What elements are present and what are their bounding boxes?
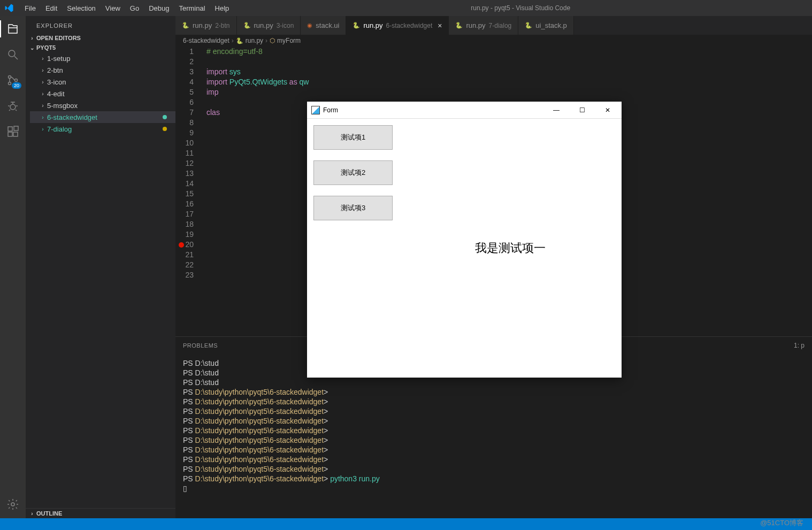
python-icon: 🐍 — [455, 22, 463, 29]
folder-2-btn[interactable]: › 2-btn — [30, 64, 175, 76]
explorer-sidebar: EXPLORER ›OPEN EDITORS ⌄PYQT5 › 1-setup›… — [26, 16, 175, 518]
svg-point-1 — [9, 76, 11, 79]
close-button[interactable]: ✕ — [600, 106, 615, 114]
chevron-down-icon: ⌄ — [29, 45, 35, 51]
line-gutter: 1234567891011121314151617181920212223 — [175, 47, 202, 336]
breakpoint-icon[interactable] — [179, 242, 184, 248]
tab-run.py-2-btn[interactable]: 🐍run.py2-btn — [175, 16, 237, 35]
scm-icon[interactable]: 20 — [5, 73, 20, 88]
menu-selection[interactable]: Selection — [63, 2, 99, 14]
qt-titlebar[interactable]: Form — ☐ ✕ — [307, 102, 622, 119]
folder-3-icon[interactable]: › 3-icon — [30, 76, 175, 88]
breadcrumb-file[interactable]: run.py — [246, 37, 263, 44]
qt-test-button-1[interactable]: 测试项1 — [313, 125, 393, 150]
folder-root-section[interactable]: ⌄PYQT5 — [26, 43, 175, 52]
chevron-right-icon: › — [29, 35, 35, 41]
chevron-right-icon: › — [40, 114, 46, 120]
menu-terminal[interactable]: Terminal — [174, 2, 209, 14]
svg-rect-5 — [8, 127, 12, 131]
qt-test-button-2[interactable]: 测试项2 — [313, 160, 393, 185]
chevron-right-icon: › — [40, 56, 46, 62]
chevron-right-icon: › — [232, 37, 234, 44]
qt-button-panel: 测试项1测试项2测试项3 — [307, 119, 399, 378]
python-icon: 🐍 — [525, 22, 532, 29]
rss-icon: ◉ — [307, 22, 312, 29]
chevron-right-icon: › — [40, 67, 46, 73]
qt-window-title: Form — [323, 106, 338, 114]
explorer-icon[interactable] — [5, 21, 20, 36]
breadcrumb[interactable]: 6-stackedwidget › 🐍 run.py › ⬡ myForm — [175, 35, 812, 47]
scm-badge: 20 — [12, 82, 21, 89]
close-icon[interactable]: × — [438, 21, 442, 30]
settings-gear-icon[interactable] — [5, 497, 20, 512]
status-bar[interactable] — [0, 518, 812, 530]
qt-form-window: Form — ☐ ✕ 测试项1测试项2测试项3 我是测试项一 — [307, 102, 622, 378]
terminal[interactable]: PS D:\studPS D:\studPS D:\studPS D:\stud… — [175, 354, 812, 518]
breadcrumb-folder[interactable]: 6-stackedwidget — [183, 37, 229, 44]
python-icon: 🐍 — [182, 22, 189, 29]
qt-content-label: 我是测试项一 — [399, 119, 622, 378]
menu-edit[interactable]: Edit — [41, 2, 62, 14]
menu-view[interactable]: View — [101, 2, 125, 14]
chevron-right-icon: › — [40, 103, 46, 109]
open-editors-section[interactable]: ›OPEN EDITORS — [26, 33, 175, 43]
tab-run.py-3-icon[interactable]: 🐍run.py3-icon — [237, 16, 301, 35]
file-tree: › 1-setup› 2-btn› 3-icon› 4-edit› 5-msgb… — [26, 52, 175, 135]
python-icon: 🐍 — [243, 22, 251, 29]
chevron-right-icon: › — [40, 91, 46, 97]
menu-file[interactable]: File — [20, 2, 40, 14]
watermark: @51CTO博客 — [760, 518, 803, 528]
qt-test-button-3[interactable]: 测试项3 — [313, 196, 393, 220]
problems-tab[interactable]: PROBLEMS — [183, 342, 218, 349]
qt-body: 测试项1测试项2测试项3 我是测试项一 — [307, 119, 622, 378]
svg-rect-7 — [13, 132, 18, 136]
tab-run.py-6-stackedwidget[interactable]: 🐍run.py6-stackedwidget× — [346, 16, 449, 35]
editor-tabs: 🐍run.py2-btn🐍run.py3-icon◉stack.ui🐍run.p… — [175, 16, 812, 35]
class-icon: ⬡ — [270, 37, 275, 44]
folder-6-stackedwidget[interactable]: › 6-stackedwidget — [30, 111, 175, 123]
outline-section[interactable]: ›OUTLINE — [26, 508, 175, 518]
extensions-icon[interactable] — [5, 124, 20, 139]
svg-point-0 — [9, 50, 15, 57]
folder-5-msgbox[interactable]: › 5-msgbox — [30, 99, 175, 111]
sidebar-title: EXPLORER — [26, 20, 175, 33]
terminal-selector[interactable]: 1: p — [794, 342, 805, 349]
menu-go[interactable]: Go — [126, 2, 143, 14]
menu-debug[interactable]: Debug — [144, 2, 173, 14]
vscode-logo-icon — [4, 3, 14, 13]
minimize-button[interactable]: — — [549, 106, 564, 114]
svg-point-3 — [15, 79, 18, 82]
debug-icon[interactable] — [5, 98, 20, 113]
search-icon[interactable] — [5, 47, 20, 62]
chevron-right-icon: › — [40, 126, 46, 132]
menu-help[interactable]: Help — [211, 2, 234, 14]
folder-7-dialog[interactable]: › 7-dialog — [30, 123, 175, 135]
tab-ui_stack.p[interactable]: 🐍ui_stack.p — [518, 16, 574, 35]
svg-point-9 — [11, 503, 14, 506]
window-title: run.py - pyqt5 - Visual Studio Code — [233, 4, 808, 12]
chevron-right-icon: › — [265, 37, 267, 44]
folder-4-edit[interactable]: › 4-edit — [30, 88, 175, 99]
modified-dot-icon — [163, 127, 167, 131]
python-icon: 🐍 — [353, 22, 360, 29]
svg-point-2 — [9, 82, 11, 85]
svg-rect-8 — [14, 126, 18, 130]
svg-point-4 — [10, 104, 16, 110]
chevron-right-icon: › — [29, 511, 35, 517]
python-icon: 🐍 — [236, 37, 243, 44]
modified-dot-icon — [163, 115, 167, 119]
qt-window-icon — [311, 106, 320, 114]
activity-bar: 20 — [0, 16, 26, 518]
main-menu: FileEditSelectionViewGoDebugTerminalHelp — [20, 2, 233, 14]
tab-run.py-7-dialog[interactable]: 🐍run.py7-dialog — [449, 16, 518, 35]
maximize-button[interactable]: ☐ — [574, 106, 589, 114]
folder-1-setup[interactable]: › 1-setup — [30, 52, 175, 64]
breadcrumb-symbol[interactable]: myForm — [277, 37, 301, 44]
tab-stack.ui[interactable]: ◉stack.ui — [301, 16, 346, 35]
title-bar: FileEditSelectionViewGoDebugTerminalHelp… — [0, 0, 812, 16]
chevron-right-icon: › — [40, 79, 46, 85]
svg-rect-6 — [8, 132, 12, 136]
